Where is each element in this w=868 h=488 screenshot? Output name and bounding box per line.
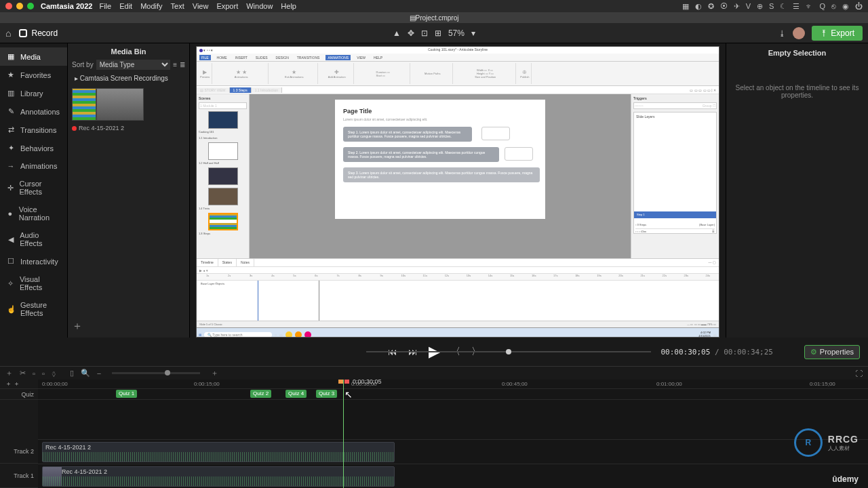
add-track-header[interactable]: ＋ ＋ [0,380,38,389]
quiz-marker[interactable]: Quiz 2 [250,390,271,398]
download-icon[interactable]: ⭳ [778,29,786,37]
hand-tool-icon[interactable]: ✥ [408,28,414,38]
quiz-marker[interactable]: Quiz 3 [316,390,337,398]
tray-icon[interactable]: ✈ [734,2,740,11]
add-media-button[interactable]: ＋ [72,319,185,333]
tray-icon[interactable]: ⏻ [855,2,863,11]
zoom-slider[interactable] [112,372,200,374]
window-traffic-lights[interactable] [5,3,34,9]
udemy-watermark: ûdemy [832,474,859,484]
tray-icon[interactable]: ⦿ [720,2,728,11]
clip-track-2[interactable]: Rec 4-15-2021 2 [42,442,395,462]
tl-zoom-minus-icon[interactable]: − [97,369,101,378]
select-tool-icon[interactable]: ▲ [393,28,401,38]
zoom-dropdown-icon[interactable]: ▾ [471,28,475,38]
star-icon: ★ [7,70,15,79]
tray-icon[interactable]: ☾ [780,2,787,11]
tray-icon[interactable]: ☰ [793,2,800,11]
sl-page-sub: Lorem ipsum dolor sit amet, consectetuer… [343,117,537,121]
export-button[interactable]: ⭱Export [812,26,863,41]
media-thumb[interactable]: Rec 4-15-2021 2 [72,88,185,131]
tl-zoom-timeline-icon[interactable]: ▯ [70,369,74,378]
sidebar-item-library[interactable]: ▥Library [0,84,67,102]
sort-select[interactable]: Media Type [96,60,170,70]
close-dot[interactable] [5,3,12,9]
menu-edit[interactable]: Edit [119,2,132,10]
tray-icon[interactable]: Q [819,2,825,11]
track-2-label[interactable]: Track 2 [0,439,38,464]
tl-zoom-plus-icon[interactable]: ＋ [211,368,218,378]
track-1-label[interactable]: Track 1 [0,464,38,488]
sidebar-item-voice-narration[interactable]: ●Voice Narration [0,201,67,226]
tray-icon[interactable]: ⊕ [757,2,763,11]
quiz-row[interactable]: Quiz 1Quiz 2Quiz 4Quiz 3 [38,389,868,400]
zoom-level[interactable]: 57% [448,28,465,38]
sidebar-item-visual-effects[interactable]: ✧Visual Effects [0,270,67,296]
crop-tool-icon[interactable]: ⊡ [421,28,428,38]
tray-icon[interactable]: ⎋ [831,2,836,11]
tl-cut-icon[interactable]: ✂ [20,369,26,378]
canvas-tool-group: ▲ ✥ ⊡ ⊞ 57% ▾ [393,28,475,38]
timeline-ruler[interactable]: 0:00:00;00 0:00:15;00 0:00:30;00 0:00:45… [38,380,868,389]
sidebar-item-annotations[interactable]: ✎Annotations [0,102,67,121]
media-folder[interactable]: ▸ Camtasia Screen Recordings [72,73,185,84]
play-scrubber[interactable] [366,351,651,352]
properties-button[interactable]: ⚙Properties [804,345,860,359]
sidebar-item-cursor-effects[interactable]: ✛Cursor Effects [0,175,67,201]
tracks-area[interactable]: 0:00:00;00 0:00:15;00 0:00:30;00 0:00:45… [38,380,868,488]
sidebar-item-interactivity[interactable]: ☐Interactivity [0,252,67,270]
menu-help[interactable]: Help [281,2,296,10]
preview-canvas[interactable]: ▾ ▫ ▫ ▾ Cooking 101.story* - Articulate … [196,46,719,338]
sl-search: 🔍 Type here to search [204,332,272,338]
tray-icon[interactable]: ✪ [708,2,714,11]
props-title: Empty Selection [732,49,863,57]
menu-text[interactable]: Text [171,2,184,10]
clip-track-1[interactable]: Rec 4-15-2021 2 [42,466,395,487]
menu-view[interactable]: View [193,2,209,10]
sidebar-item-favorites[interactable]: ★Favorites [0,66,67,84]
tl-split-icon[interactable]: ⎀ [52,369,56,378]
sidebar-item-behaviors[interactable]: ✦Behaviors [0,139,67,157]
tray-icon[interactable]: ◉ [842,2,849,11]
sidebar-item-gesture-effects[interactable]: ☝Gesture Effects [0,296,67,322]
minimize-dot[interactable] [16,3,23,9]
tl-paste-icon[interactable]: ▫ [42,369,45,378]
tray-icon[interactable]: V [746,2,751,11]
tray-icon[interactable]: S [769,2,774,11]
tl-add-track-icon[interactable]: ＋ [5,368,13,378]
record-button[interactable]: Record [19,28,58,38]
sort-opt-icon[interactable]: ≡ [173,61,177,68]
media-bin-panel: Media Bin Sort by Media Type ≡ ≣ ▸ Camta… [68,43,190,338]
menu-file[interactable]: File [99,2,111,10]
timeline-panel: ＋ ✂ ▫ ▫ ⎀ ▯ 🔍 − ＋ ⛶ ＋ ＋ Quiz Track 2 Tra… [0,366,868,488]
tray-icon[interactable]: ◐ [695,2,702,11]
sl-tab-view: VIEW [355,55,368,60]
tl-copy-icon[interactable]: ▫ [33,369,35,378]
menu-modify[interactable]: Modify [140,2,162,10]
fullscreen-dot[interactable] [27,3,34,9]
menu-window[interactable]: Window [246,2,273,10]
tray-icon[interactable]: ᯤ [806,2,813,11]
library-icon: ▥ [7,89,15,98]
gesture-icon: ☝ [7,305,15,314]
sl-layers-header: Slide Layers [636,115,655,119]
menu-export[interactable]: Export [216,2,238,10]
sidebar-item-media[interactable]: ▦Media [0,47,67,66]
sidebar-item-audio-effects[interactable]: ◀Audio Effects [0,226,67,252]
magnet-tool-icon[interactable]: ⊞ [435,28,441,38]
tl-zoom-out-icon[interactable]: 🔍 [81,369,90,378]
track-2-row[interactable]: Rec 4-15-2021 2 [38,439,868,464]
sidebar-item-animations[interactable]: →Animations [0,157,67,175]
playhead[interactable]: 0:00:30;05 [343,380,344,488]
sl-layer-selected: Step 1 [634,211,716,218]
user-avatar[interactable] [793,27,805,39]
quiz-marker[interactable]: Quiz 4 [285,390,307,398]
home-icon[interactable]: ⌂ [5,28,11,39]
time-readout: 00:00:30;05 / 00:00:34;25 [660,348,773,357]
sort-opt-icon[interactable]: ≣ [180,61,185,68]
tray-icon[interactable]: ▦ [682,2,689,11]
tl-fullscreen-icon[interactable]: ⛶ [855,369,863,378]
quiz-marker[interactable]: Quiz 1 [116,390,137,398]
track-1-row[interactable]: Rec 4-15-2021 2 [38,464,868,488]
sidebar-item-transitions[interactable]: ⇄Transitions [0,121,67,139]
